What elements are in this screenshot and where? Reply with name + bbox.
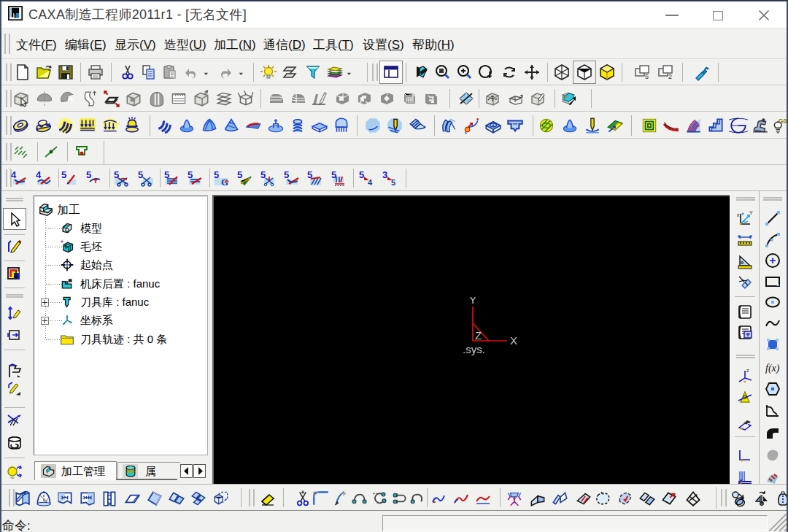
- svg-text:X: X: [510, 334, 517, 347]
- svg-text:Z: Z: [475, 329, 482, 342]
- svg-text:Y: Y: [749, 210, 753, 215]
- svg-text:2: 2: [668, 73, 672, 80]
- svg-text:5: 5: [331, 169, 336, 180]
- svg-text:4: 4: [368, 178, 373, 187]
- svg-text:.sys.: .sys.: [463, 343, 485, 355]
- svg-text:5: 5: [260, 169, 266, 180]
- svg-text:4: 4: [11, 169, 17, 180]
- svg-text:5: 5: [284, 169, 289, 180]
- svg-text:5: 5: [391, 178, 395, 187]
- svg-text:5: 5: [214, 169, 219, 180]
- svg-text:3: 3: [382, 169, 387, 180]
- svg-text:5: 5: [645, 73, 649, 80]
- svg-text:5: 5: [237, 169, 242, 180]
- svg-text:z: z: [746, 368, 749, 373]
- svg-text:Y: Y: [468, 297, 476, 306]
- svg-text:5: 5: [138, 169, 143, 180]
- svg-text:5: 5: [188, 169, 193, 180]
- svg-text:x: x: [737, 212, 740, 217]
- svg-text:5: 5: [359, 169, 364, 180]
- svg-text:f(x): f(x): [765, 363, 780, 374]
- svg-text:5: 5: [86, 169, 91, 180]
- svg-text:5: 5: [61, 169, 66, 180]
- svg-text:4: 4: [36, 169, 42, 180]
